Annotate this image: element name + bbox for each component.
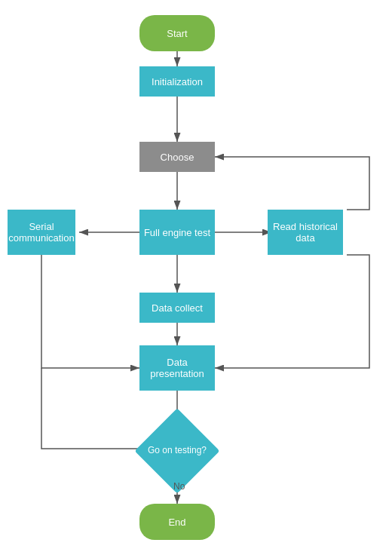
initialization-node: Initialization [139,66,215,97]
serial-communication-node: Serial communication [8,210,75,255]
go-on-testing-diamond: Go on testing? [128,421,226,481]
no-label: No [173,481,185,492]
end-node: End [139,504,215,540]
data-presentation-node: Data presentation [139,345,215,391]
data-collect-node: Data collect [139,293,215,323]
start-node: Start [139,15,215,51]
flowchart: Start Initialization Choose Full engine … [0,0,392,555]
choose-node: Choose [139,142,215,172]
read-historical-data-node: Read historical data [268,210,343,255]
full-engine-test-node: Full engine test [139,210,215,255]
